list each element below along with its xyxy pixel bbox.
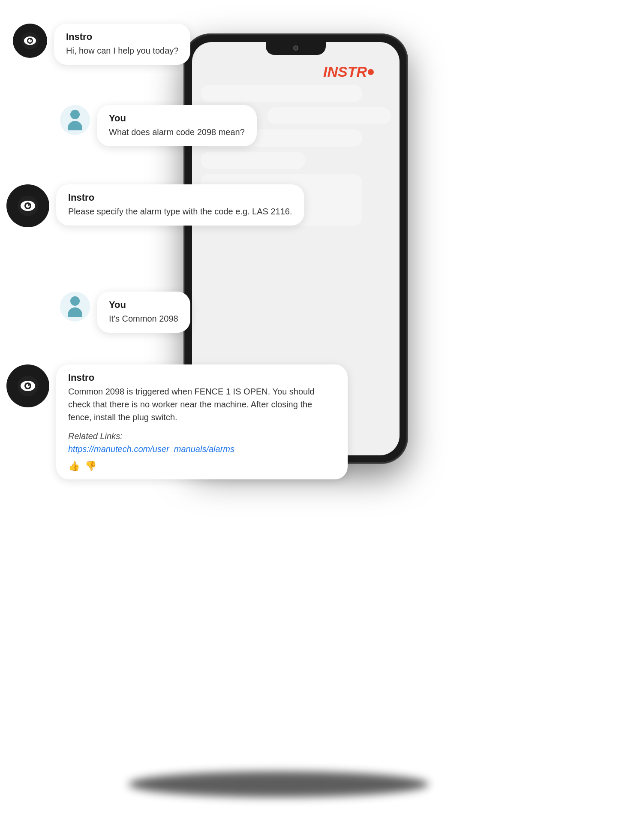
chat-container: Instro Hi, how can I help you today? You… [0,0,643,840]
message-row-3: Instro Please specify the alarm type wit… [6,184,304,227]
svg-point-9 [28,204,30,206]
person-body [68,121,82,130]
thumbs-up-button[interactable]: 👍 [68,461,80,472]
main-scene: INSTR [0,0,643,840]
instro-avatar-5 [6,364,49,407]
svg-point-14 [28,384,30,386]
person-icon-4 [68,296,82,317]
instro-eye-icon-5 [16,374,40,398]
sender-4: You [109,299,178,310]
related-links-section: Related Links: https://manutech.com/user… [68,430,336,455]
message-row-2: You What does alarm code 2098 mean? [60,105,257,146]
bubble-1: Instro Hi, how can I help you today? [54,24,190,65]
person-head-4 [70,296,80,306]
instro-avatar-3 [6,184,49,227]
sender-1: Instro [66,31,178,42]
person-head [70,110,80,119]
bubble-4: You It's Common 2098 [97,292,190,333]
bubble-3: Instro Please specify the alarm type wit… [56,184,304,226]
message-row-1: Instro Hi, how can I help you today? [13,24,190,65]
text-1: Hi, how can I help you today? [66,44,178,57]
person-icon-2 [68,110,82,130]
text-5: Common 2098 is triggered when FENCE 1 IS… [68,385,336,424]
feedback-row: 👍 👎 [68,461,336,472]
text-2: What does alarm code 2098 mean? [109,126,245,138]
sender-3: Instro [68,192,292,203]
message-row-5: Instro Common 2098 is triggered when FEN… [6,364,348,479]
person-body-4 [68,307,82,317]
instro-eye-icon [20,30,40,51]
thumbs-down-button[interactable]: 👎 [85,461,96,472]
related-links-url[interactable]: https://manutech.com/user_manuals/alarms [68,443,336,455]
related-links-label: Related Links: [68,430,336,443]
instro-avatar-1 [13,24,47,58]
sender-5: Instro [68,372,336,383]
bubble-5: Instro Common 2098 is triggered when FEN… [56,364,348,479]
text-4: It's Common 2098 [109,312,178,325]
user-avatar-4 [60,292,90,322]
instro-eye-icon-3 [16,194,40,218]
user-avatar-2 [60,105,90,135]
message-row-4: You It's Common 2098 [60,292,190,333]
svg-point-4 [30,39,32,41]
bubble-2: You What does alarm code 2098 mean? [97,105,257,146]
text-3: Please specify the alarm type with the c… [68,205,292,218]
sender-2: You [109,113,245,124]
